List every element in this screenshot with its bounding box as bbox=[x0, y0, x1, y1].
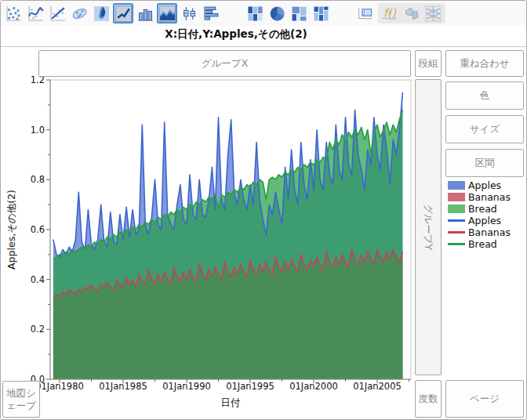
chart-type-toolbar: f() bbox=[1, 1, 526, 26]
line-of-fit-icon bbox=[49, 5, 66, 22]
svg-text:0.8: 0.8 bbox=[31, 174, 45, 185]
ellipse-button[interactable] bbox=[69, 3, 89, 24]
legend-label: Bananas bbox=[468, 191, 511, 203]
dropzone-page-label: ページ bbox=[470, 393, 500, 405]
dropzone-overlay-label: 重ね合わせ bbox=[460, 57, 509, 70]
legend-swatch bbox=[448, 243, 465, 245]
dropzone-page[interactable]: ページ bbox=[445, 380, 524, 418]
legend-item[interactable]: Bananas bbox=[448, 226, 526, 238]
svg-text:日付: 日付 bbox=[221, 396, 242, 408]
heatmap-button[interactable] bbox=[245, 3, 265, 24]
dropzone-map-shape[interactable]: 地図シェープ bbox=[2, 381, 40, 418]
dropzone-color[interactable]: 色 bbox=[445, 81, 524, 110]
dropzone-group-y[interactable]: グループY bbox=[415, 79, 442, 375]
legend-swatch bbox=[448, 231, 465, 234]
legend-swatch bbox=[448, 193, 465, 201]
histogram-icon bbox=[203, 5, 220, 22]
legend-item[interactable]: Bread bbox=[448, 238, 526, 250]
svg-text:01Jan2000: 01Jan2000 bbox=[289, 381, 338, 392]
dropzone-column[interactable]: 段組 bbox=[415, 50, 442, 77]
mosaic-icon bbox=[313, 5, 329, 22]
parallel-plot-button[interactable] bbox=[423, 3, 443, 24]
legend-item[interactable]: Bread bbox=[448, 203, 526, 215]
box-plot-icon bbox=[181, 5, 198, 22]
page-title: X:日付,Y:Apples,その他(2) bbox=[1, 27, 471, 45]
legend-label: Apples bbox=[468, 215, 501, 226]
pie-icon bbox=[269, 5, 285, 22]
legend-label: Bananas bbox=[468, 226, 511, 238]
svg-text:01Jan1990: 01Jan1990 bbox=[162, 381, 211, 392]
histogram-button[interactable] bbox=[201, 3, 221, 24]
treemap-button[interactable] bbox=[289, 3, 309, 24]
legend-item[interactable]: Bananas bbox=[448, 191, 526, 203]
line-chart-icon bbox=[115, 5, 132, 22]
box-plot-button[interactable] bbox=[179, 3, 199, 24]
dropzone-map-shape-label: 地図シェープ bbox=[5, 387, 38, 411]
legend: ApplesBananasBreadApplesBananasBread bbox=[448, 179, 526, 250]
legend-item[interactable]: Apples bbox=[448, 215, 526, 226]
smoother-button[interactable] bbox=[25, 3, 45, 24]
svg-text:01Jan2005: 01Jan2005 bbox=[353, 381, 402, 392]
caption-box-icon bbox=[357, 5, 373, 22]
bar-chart-button[interactable] bbox=[135, 3, 155, 24]
smoother-icon bbox=[27, 5, 44, 22]
svg-text:01Jan1995: 01Jan1995 bbox=[226, 381, 274, 392]
mosaic-button[interactable] bbox=[311, 3, 331, 24]
dropzone-size-label: サイズ bbox=[470, 123, 500, 136]
svg-text:01Jan1985: 01Jan1985 bbox=[99, 381, 147, 392]
disabled-tools-group: f() bbox=[378, 3, 445, 24]
formula-icon: f() bbox=[381, 5, 398, 22]
map-shapes-button[interactable] bbox=[401, 3, 421, 24]
ellipse-icon bbox=[71, 5, 88, 22]
line-chart-button[interactable] bbox=[113, 3, 133, 24]
area-chart-icon bbox=[159, 5, 176, 22]
legend-swatch bbox=[448, 205, 465, 213]
svg-text:Apples,その他(2): Apples,その他(2) bbox=[5, 190, 17, 270]
scatter-button[interactable] bbox=[3, 3, 24, 24]
formula-button[interactable]: f() bbox=[379, 3, 399, 24]
contour-icon bbox=[93, 5, 110, 22]
dropzone-column-label: 段組 bbox=[419, 57, 438, 70]
heatmap-icon bbox=[247, 5, 264, 22]
dropzone-group-x[interactable]: グループX bbox=[38, 50, 411, 77]
dropzone-size[interactable]: サイズ bbox=[445, 115, 524, 143]
svg-text:): ) bbox=[391, 5, 396, 18]
dropzone-group-y-label: グループY bbox=[422, 205, 434, 251]
treemap-icon bbox=[291, 5, 307, 22]
bar-chart-icon bbox=[137, 5, 154, 22]
legend-swatch bbox=[448, 181, 465, 190]
dropzone-frequency[interactable]: 度数 bbox=[415, 380, 442, 418]
caption-box-button[interactable] bbox=[353, 3, 376, 24]
svg-text:1.0: 1.0 bbox=[31, 125, 45, 136]
svg-text:0.4: 0.4 bbox=[31, 274, 45, 285]
line-of-fit-button[interactable] bbox=[47, 3, 67, 24]
svg-text:0.2: 0.2 bbox=[31, 324, 45, 335]
legend-label: Apples bbox=[468, 179, 501, 191]
legend-item[interactable]: Apples bbox=[448, 179, 526, 191]
graph-builder-window: 01Jan198001Jan198501Jan199001Jan199501Ja… bbox=[0, 0, 527, 420]
dropzone-frequency-label: 度数 bbox=[419, 393, 438, 405]
dropzone-interval-label: 区間 bbox=[475, 157, 495, 169]
map-shapes-icon bbox=[403, 5, 420, 22]
dropzone-group-x-label: グループX bbox=[202, 57, 248, 70]
pie-button[interactable] bbox=[267, 3, 287, 24]
legend-label: Bread bbox=[468, 203, 497, 215]
contour-button[interactable] bbox=[91, 3, 111, 24]
area-chart-button[interactable] bbox=[157, 3, 177, 24]
dropzone-color-label: 色 bbox=[480, 89, 490, 102]
legend-label: Bread bbox=[468, 238, 497, 250]
dropzone-overlay[interactable]: 重ね合わせ bbox=[445, 50, 524, 77]
svg-text:0.6: 0.6 bbox=[31, 224, 45, 235]
dropzone-interval[interactable]: 区間 bbox=[445, 149, 524, 177]
scatter-icon bbox=[5, 5, 22, 22]
title-separator bbox=[1, 46, 526, 47]
legend-swatch bbox=[448, 219, 465, 222]
parallel-plot-icon bbox=[425, 5, 442, 22]
